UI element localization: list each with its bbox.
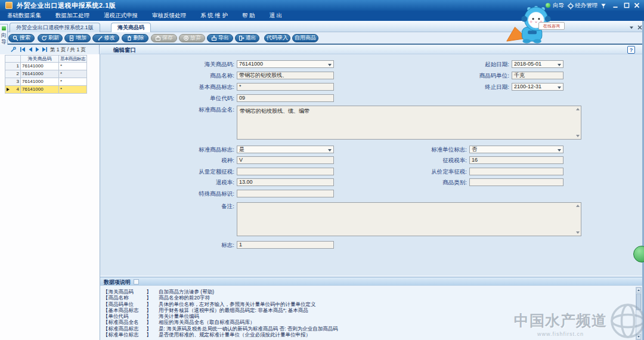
last-page-icon[interactable] [42,47,48,52]
exit-door-icon [239,35,244,41]
info-desc: 具体的单位名称，左对齐输入，参照海关计量单位码中的计量单位定义 [159,301,316,307]
add-button[interactable]: 增加 [64,34,91,42]
std-goods-flag-label: 标准商品标志: [143,146,234,153]
table-row[interactable]: 3 76141000 * [5,78,87,86]
remark-textarea[interactable] [237,202,581,236]
std-unit-flag-label: 标准单位标志: [379,146,467,153]
refresh-icon [41,35,47,41]
list-item: 【海关商品码】自加商品方法请参 (帮助) [103,289,628,295]
export-button[interactable]: 导出 [207,34,233,42]
goods-category-input[interactable] [469,178,564,186]
delete-button[interactable]: 删除 [122,34,148,42]
info-panel-toggle[interactable] [134,279,139,285]
pin-icon[interactable] [600,2,607,9]
tax-rate-input[interactable]: 16 [469,156,564,164]
basic-flag-input[interactable]: * [237,83,334,91]
std-goods-flag-value: 是 [239,146,244,152]
special-flag-label: 特殊商品标识: [143,190,234,197]
bracket: 【 [103,326,109,332]
minimize-button[interactable] [612,2,619,9]
chevron-down-icon [328,64,332,66]
exit-button[interactable]: 退出 [235,34,259,42]
info-desc: 海关计量单位编码 [159,313,199,319]
row-number-cell: 1 [5,63,21,70]
modify-button[interactable]: 修改 [92,34,119,42]
tab-main-system[interactable]: 外贸企业出口退税申报系统2.1版 [10,23,100,32]
save-button[interactable]: 保存 [151,34,177,42]
search-button[interactable]: 搜索 [8,34,35,42]
basic-flag-cell: * [59,86,87,94]
tab-list-chevron-icon[interactable] [628,24,634,30]
hs-code-column-header[interactable]: 海关商品码 [21,55,59,63]
discard-button-label: 放弃 [190,34,201,42]
advalorem-tax-input[interactable] [469,168,564,175]
bracket: 】 [147,319,152,325]
hs-code-select[interactable]: 76141000 [237,60,334,68]
scroll-down-icon[interactable] [576,135,580,137]
menu-item-data-processing[interactable]: 数据加工处理 [48,12,97,20]
cancel-circle-icon [183,35,189,41]
flag-value: 1 [239,242,242,248]
table-row[interactable]: 2 76141000 * [5,70,87,78]
end-date-select[interactable]: 2100-12-31 [512,83,564,91]
discard-button[interactable]: 放弃 [179,34,205,42]
special-flag-input[interactable] [237,190,334,197]
scroll-down-icon[interactable] [576,231,580,234]
table-row-selected[interactable]: 4 76141000 * [5,86,87,94]
unit-name-input[interactable]: 千克 [512,72,564,79]
unit-code-input[interactable]: 09 [237,94,334,102]
scrollbar-up-button[interactable] [636,288,641,293]
end-date-value: 2100-12-31 [514,84,541,89]
std-unit-flag-select[interactable]: 否 [469,146,564,153]
row-number-cell: 2 [5,70,21,78]
full-name-textarea[interactable]: 带钢芯的铝绞股线、缆、编带 [237,106,581,140]
basic-flag-column-header[interactable]: 基本商品标志 [59,55,87,63]
table-row[interactable]: 1 76141000 * [5,63,87,70]
prev-page-icon[interactable] [27,47,33,52]
chevron-down-icon [328,149,332,152]
refresh-button[interactable]: 刷新 [38,34,63,42]
close-button[interactable] [633,2,640,9]
tax-type-label: 税种: [143,156,234,164]
scroll-up-icon[interactable] [576,108,580,110]
menu-item-audit-feedback[interactable]: 审核反馈处理 [145,12,193,20]
chevron-down-icon [558,64,561,66]
menu-item-help[interactable]: 帮 助 [235,12,262,20]
goods-name-value: 带钢芯的铝绞股线、 [239,72,287,78]
titlebar-admin-button[interactable]: 经办管理 [575,2,597,10]
refund-rate-input[interactable]: 13.00 [237,178,334,186]
tab-hs-code[interactable]: 海关商品码 [111,23,151,32]
globe-watermark-icon [607,300,644,340]
bracket: 】 [147,295,152,301]
row-number-header [5,55,21,63]
online-service-tooltip[interactable]: 在线咨询 [538,22,565,30]
start-date-select[interactable]: 2018-05-01 [512,60,564,68]
help-button[interactable]: ? [627,46,635,54]
remark-label: 备注: [143,202,234,210]
quantity-tax-input[interactable] [237,168,334,175]
info-term: 海关商品码 [109,289,147,295]
menu-item-exit[interactable]: 退 出 [262,12,290,20]
next-page-icon[interactable] [35,47,41,52]
menu-item-system-maintenance[interactable]: 系 统 维 护 [193,12,235,20]
info-desc: 是否使用标准的、规定标准计量单位（企业必须按此计量单位申报） [159,332,311,338]
menu-item-formal-declaration[interactable]: 退税正式申报 [97,12,145,20]
unit-name-value: 千克 [514,72,525,78]
code-entry-button[interactable]: 代码录入 [264,34,290,42]
start-date-label: 起始日期: [426,60,509,68]
first-page-icon[interactable] [20,47,26,52]
goods-name-input[interactable]: 带钢芯的铝绞股线、 [237,72,334,79]
std-goods-flag-select[interactable]: 是 [237,146,334,153]
wrench-icon[interactable] [10,47,16,52]
refund-rate-label: 退税率: [143,178,234,186]
scroll-up-icon[interactable] [576,205,580,207]
maximize-button[interactable] [623,2,630,9]
menu-item-base-data[interactable]: 基础数据采集 [0,12,48,20]
tax-type-input[interactable]: V [237,156,334,164]
flag-input[interactable]: 1 [237,241,334,249]
hs-code-cell: 76141000 [21,86,59,94]
basic-flag-label: 基本商品标志: [143,83,234,91]
record-list-panel: 海关商品码 基本商品标志 1 76141000 * 2 76141000 * 3… [0,54,100,340]
goods-category-label: 商品类别: [379,178,467,186]
own-goods-button[interactable]: 自用商品 [292,34,318,42]
